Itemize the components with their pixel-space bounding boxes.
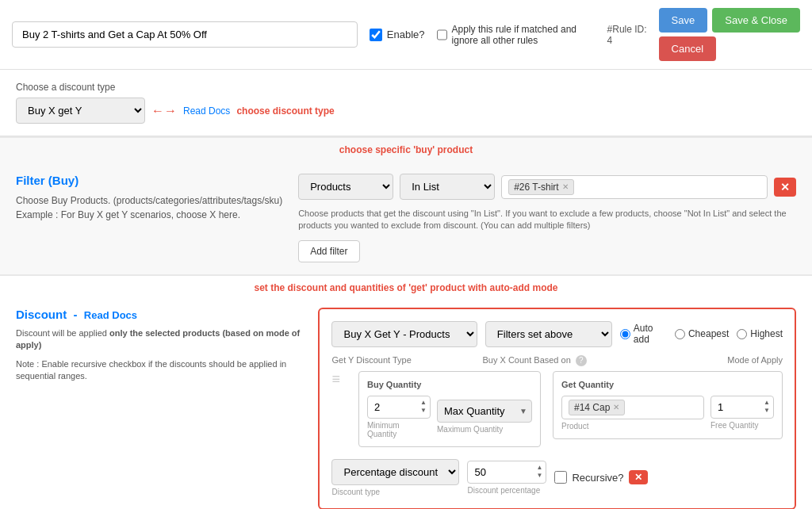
save-button[interactable]: Save bbox=[659, 8, 708, 33]
free-qty-spinner-btns: ▲ ▼ bbox=[761, 399, 772, 415]
discount-type-section: Choose a discount type Buy X get Y Perce… bbox=[0, 70, 812, 136]
filter-tag-close-icon[interactable]: ✕ bbox=[562, 182, 569, 191]
min-quantity-label: Minimum Quantity bbox=[367, 421, 431, 438]
discount-percentage-label: Discount percentage bbox=[467, 486, 546, 495]
discount-top-row: Buy X Get Y - Products Buy X Get Y - Cat… bbox=[331, 321, 783, 347]
free-qty-input-wrapper: ▲ ▼ Free Quantity bbox=[710, 396, 774, 430]
discount-annotation: set the discount and quantities of 'get'… bbox=[0, 276, 812, 300]
apply-rule-section: Apply this rule if matched and ignore al… bbox=[437, 24, 596, 46]
auto-add-radio-label[interactable]: Auto add bbox=[620, 323, 667, 345]
filter-tag-container: #26 T-shirt ✕ bbox=[501, 175, 768, 199]
help-icon: ? bbox=[576, 355, 587, 366]
recursive-section: Recursive? ✕ bbox=[554, 470, 647, 484]
filter-description-text: Choose Buy Products. (products/categorie… bbox=[16, 193, 282, 222]
min-qty-up-btn[interactable]: ▲ bbox=[418, 399, 429, 407]
max-quantity-select[interactable]: Max Quantity 10 20 bbox=[437, 400, 532, 423]
mode-of-apply-section: Auto add Cheapest Highest bbox=[620, 323, 783, 345]
recursive-remove-button[interactable]: ✕ bbox=[629, 470, 648, 484]
filter-right: Products Categories Tags SKU In List Not… bbox=[298, 174, 796, 262]
discount-bottom-row: Percentage discount Fixed Amount Free Di… bbox=[331, 459, 783, 496]
free-qty-up-btn[interactable]: ▲ bbox=[761, 399, 772, 407]
buy-quantity-title: Buy Quantity bbox=[367, 380, 532, 389]
buy-x-count-label: Buy X Count Based on ? bbox=[482, 355, 586, 366]
discount-read-docs-link[interactable]: Read Docs bbox=[84, 309, 137, 321]
rule-id-value: 4 bbox=[607, 35, 647, 46]
get-quantity-title: Get Quantity bbox=[561, 380, 774, 389]
drag-handle-icon[interactable]: ≡ bbox=[331, 371, 340, 388]
discount-section: set the discount and quantities of 'get'… bbox=[0, 274, 812, 509]
get-y-discount-type-label: Get Y Discount Type bbox=[331, 355, 474, 366]
apply-rule-label: Apply this rule if matched and ignore al… bbox=[452, 24, 596, 46]
recursive-label: Recursive? bbox=[572, 472, 623, 484]
arrow-icon: ←→ bbox=[151, 104, 177, 118]
max-quantity-label: Maximum Quantity bbox=[437, 425, 532, 434]
free-quantity-label: Free Quantity bbox=[710, 421, 774, 430]
min-qty-spinner: ▲ ▼ bbox=[367, 396, 431, 419]
filter-condition-select[interactable]: In List Not In List bbox=[400, 174, 495, 200]
discount-description: Discount will be applied only the select… bbox=[16, 327, 302, 352]
get-product-tag-text: #14 Cap bbox=[574, 402, 610, 413]
buy-x-count-select[interactable]: Filters set above Custom bbox=[485, 321, 612, 347]
get-product-tag-container: #14 Cap ✕ bbox=[561, 396, 704, 419]
apply-rule-checkbox[interactable] bbox=[437, 29, 447, 41]
discount-note: Note : Enable recursive checkbox if the … bbox=[16, 358, 302, 383]
discount-type-row: Buy X get Y Percentage Discount Fixed Am… bbox=[16, 98, 796, 124]
buy-x-count-label-text: Buy X Count Based on bbox=[482, 355, 570, 365]
filter-tag: #26 T-shirt ✕ bbox=[508, 179, 573, 195]
min-qty-wrapper: ▲ ▼ Minimum Quantity bbox=[367, 396, 431, 438]
filter-help-text: Choose products that get the discount us… bbox=[298, 208, 796, 232]
product-input-wrapper: #14 Cap ✕ Product bbox=[561, 396, 704, 431]
discount-type-label: Choose a discount type bbox=[16, 82, 796, 93]
filter-tag-text: #26 T-shirt bbox=[514, 182, 558, 193]
recursive-checkbox[interactable] bbox=[554, 471, 567, 484]
highest-radio-label[interactable]: Highest bbox=[737, 328, 783, 339]
add-filter-button[interactable]: Add filter bbox=[298, 240, 359, 262]
get-quantity-group: Get Quantity #14 Cap ✕ Product bbox=[553, 371, 783, 439]
buy-qty-inputs: ▲ ▼ Minimum Quantity Max Quantity 10 bbox=[367, 396, 532, 438]
discount-title-text: Discount bbox=[16, 308, 67, 321]
discount-pct-wrapper: ▲ ▼ Discount percentage bbox=[467, 461, 546, 495]
discount-type-select[interactable]: Buy X get Y Percentage Discount Fixed Am… bbox=[16, 98, 145, 124]
rule-id-label: #Rule ID: bbox=[607, 24, 647, 35]
pct-spinner-btns: ▲ ▼ bbox=[534, 464, 546, 480]
get-y-type-select[interactable]: Buy X Get Y - Products Buy X Get Y - Cat… bbox=[331, 321, 477, 347]
cheapest-radio[interactable] bbox=[675, 329, 685, 339]
filter-content: Filter (Buy) Choose Buy Products. (produ… bbox=[0, 162, 812, 274]
get-qty-inner: #14 Cap ✕ Product ▲ ▼ bbox=[561, 396, 774, 431]
discount-type-input-wrapper: Percentage discount Fixed Amount Free Di… bbox=[331, 459, 459, 496]
field-type-labels: Get Y Discount Type Buy X Count Based on… bbox=[331, 355, 783, 366]
read-docs-link[interactable]: Read Docs bbox=[183, 105, 230, 117]
discount-title: Discount - Read Docs bbox=[16, 308, 302, 321]
pct-up-btn[interactable]: ▲ bbox=[534, 464, 546, 472]
filter-section: choose specific 'buy' product Filter (Bu… bbox=[0, 136, 812, 274]
filter-type-select[interactable]: Products Categories Tags SKU bbox=[298, 174, 393, 200]
enable-checkbox[interactable] bbox=[370, 29, 382, 41]
mode-of-apply-label: Mode of Apply bbox=[727, 355, 783, 366]
buy-quantity-group: Buy Quantity ▲ ▼ Minimum Quantity bbox=[358, 371, 541, 447]
product-label: Product bbox=[561, 422, 704, 431]
action-buttons: Save Save & Close Cancel bbox=[659, 8, 800, 61]
filter-remove-button[interactable]: ✕ bbox=[774, 178, 796, 197]
get-product-tag: #14 Cap ✕ bbox=[569, 400, 625, 415]
save-close-button[interactable]: Save & Close bbox=[712, 8, 800, 33]
free-qty-down-btn[interactable]: ▼ bbox=[761, 407, 772, 415]
rule-name-input[interactable] bbox=[12, 21, 358, 48]
free-qty-spinner: ▲ ▼ bbox=[710, 396, 774, 419]
highest-radio[interactable] bbox=[737, 329, 747, 339]
get-product-tag-close-icon[interactable]: ✕ bbox=[613, 403, 619, 411]
cheapest-label: Cheapest bbox=[688, 328, 729, 339]
min-qty-spinner-btns: ▲ ▼ bbox=[418, 399, 429, 415]
rule-id-section: #Rule ID: 4 bbox=[607, 24, 647, 46]
filter-controls-row: Products Categories Tags SKU In List Not… bbox=[298, 174, 796, 200]
discount-content: Discount - Read Docs Discount will be ap… bbox=[0, 300, 812, 509]
cancel-button[interactable]: Cancel bbox=[659, 36, 716, 61]
discount-type-dropdown[interactable]: Percentage discount Fixed Amount Free bbox=[331, 459, 459, 485]
min-qty-down-btn[interactable]: ▼ bbox=[418, 407, 429, 415]
max-qty-select-wrap: Max Quantity 10 20 ▼ bbox=[437, 400, 532, 423]
choose-discount-hint: choose discount type bbox=[236, 105, 334, 117]
auto-add-radio[interactable] bbox=[620, 329, 630, 339]
top-bar: Enable? Apply this rule if matched and i… bbox=[0, 0, 812, 70]
enable-label: Enable? bbox=[387, 29, 425, 40]
pct-down-btn[interactable]: ▼ bbox=[534, 472, 546, 480]
cheapest-radio-label[interactable]: Cheapest bbox=[675, 328, 729, 339]
